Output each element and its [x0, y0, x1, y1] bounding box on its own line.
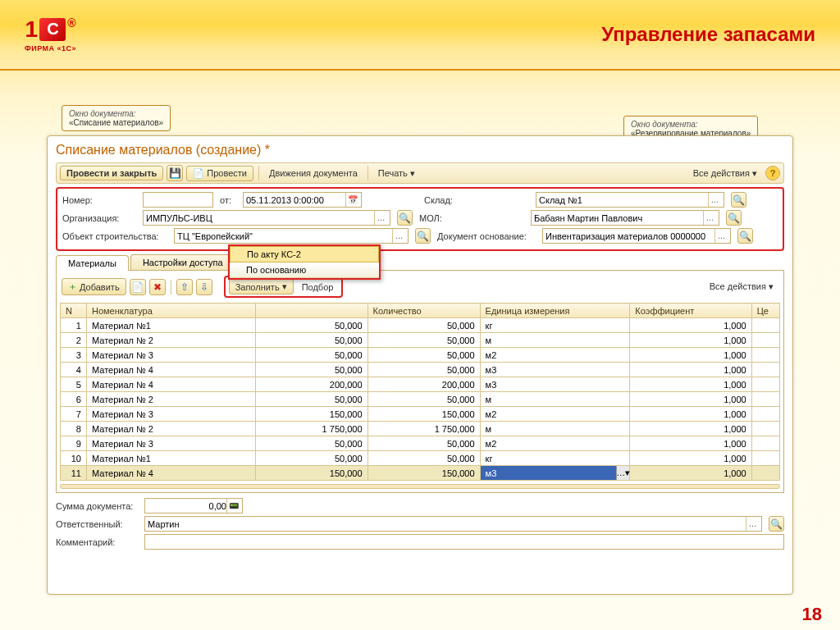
sklad-input[interactable]: Склад №1 …	[536, 192, 724, 208]
dropdown-icon[interactable]: …▾	[616, 466, 629, 480]
horizontal-scrollbar[interactable]	[60, 484, 780, 489]
table-row[interactable]: 11Материал № 4150,000150,000м3…▾1,000	[61, 466, 780, 481]
ellipsis-icon[interactable]: …	[392, 229, 405, 243]
obj-label: Объект строительства:	[62, 231, 167, 241]
calendar-icon[interactable]: 📅	[345, 193, 358, 207]
search-icon[interactable]: 🔍	[415, 228, 431, 244]
sum-label: Сумма документа:	[56, 501, 138, 511]
table-row[interactable]: 7Материал № 3150,000150,000м21,000	[61, 407, 780, 422]
comment-input[interactable]	[144, 534, 784, 550]
post-button[interactable]: 📄Провести	[186, 166, 253, 181]
tabs: Материалы Настройки доступа	[56, 254, 784, 271]
search-icon[interactable]: 🔍	[726, 210, 742, 226]
mol-label: МОЛ:	[419, 213, 452, 223]
page-number: 18	[802, 604, 822, 625]
main-toolbar: Провести и закрыть 💾 📄Провести Движения …	[56, 162, 784, 184]
help-icon[interactable]: ?	[765, 166, 780, 180]
post-and-close-button[interactable]: Провести и закрыть	[60, 166, 163, 180]
table-row[interactable]: 9Материал № 350,00050,000м21,000	[61, 436, 780, 451]
table-row[interactable]: 4Материал № 450,00050,000м31,000	[61, 363, 780, 377]
tab-access[interactable]: Настройки доступа	[130, 254, 235, 270]
footer-form: Сумма документа: 0,00 📟 Ответственный: М…	[56, 498, 784, 550]
copy-icon[interactable]: 📄	[130, 279, 146, 295]
dd-item-basis[interactable]: По основанию	[230, 262, 379, 278]
ellipsis-icon[interactable]: …	[703, 211, 716, 225]
org-label: Организация:	[62, 213, 136, 223]
slide-header: 1 ® ФИРМА «1С» Управление запасами	[0, 0, 840, 71]
tab-body: ＋Добавить 📄 ✖ ⇧ ⇩ Заполнить ▾ Подбор Все…	[56, 271, 784, 493]
logo-1: 1	[25, 16, 39, 43]
doc-title: Списание материалов (создание) *	[56, 143, 784, 158]
number-input[interactable]	[143, 192, 213, 208]
number-label: Номер:	[62, 195, 136, 205]
table-row[interactable]: 3Материал № 350,00050,000м21,000	[61, 348, 780, 363]
basis-input[interactable]: Инвентаризация материалов 0000000 …	[542, 228, 731, 244]
table-row[interactable]: 2Материал № 250,00050,000м1,000	[61, 333, 780, 348]
callout-1: Окно документа: «Списание материалов»	[62, 105, 171, 131]
ellipsis-icon[interactable]: …	[714, 229, 728, 243]
all-actions-button[interactable]: Все действия ▾	[688, 167, 762, 180]
obj-input[interactable]: ТЦ "Европейский" …	[174, 228, 409, 244]
add-button[interactable]: ＋Добавить	[62, 278, 126, 295]
search-icon[interactable]: 🔍	[731, 192, 746, 208]
dd-item-ks2[interactable]: По акту КС-2	[230, 246, 379, 262]
pick-button[interactable]: Подбор	[297, 281, 339, 294]
table-all-actions-button[interactable]: Все действия ▾	[705, 280, 778, 294]
delete-icon[interactable]: ✖	[149, 279, 166, 295]
org-input[interactable]: ИМПУЛЬС-ИВЦ …	[143, 210, 390, 226]
print-button[interactable]: Печать ▾	[373, 167, 420, 180]
brand-label: ФИРМА «1С»	[25, 44, 76, 52]
movements-button[interactable]: Движения документа	[264, 167, 363, 180]
table-row[interactable]: 8Материал № 21 750,0001 750,000м1,000	[61, 422, 780, 436]
resp-label: Ответственный:	[56, 519, 138, 529]
ellipsis-icon[interactable]: …	[374, 211, 387, 225]
mol-input[interactable]: Бабаян Мартин Павлович …	[531, 210, 719, 226]
move-down-icon[interactable]: ⇩	[196, 279, 212, 295]
save-icon[interactable]: 💾	[167, 165, 183, 181]
search-icon[interactable]: 🔍	[397, 210, 413, 226]
sum-input[interactable]: 0,00 📟	[144, 498, 243, 514]
date-input[interactable]: 05.11.2013 0:00:00 📅	[243, 192, 362, 208]
ellipsis-icon[interactable]: …	[746, 517, 759, 531]
tab-materials[interactable]: Материалы	[56, 255, 129, 271]
basis-label: Документ основание:	[437, 231, 536, 241]
search-icon[interactable]: 🔍	[769, 516, 784, 532]
fill-dropdown: По акту КС-2 По основанию	[228, 244, 381, 280]
table-row[interactable]: 10Материал №150,00050,000кг1,000	[61, 451, 780, 466]
fill-button[interactable]: Заполнить ▾	[229, 279, 294, 294]
comment-label: Комментарий:	[56, 537, 138, 547]
slide-title: Управление запасами	[601, 23, 815, 46]
materials-grid[interactable]: N Номенклатура Количество Единица измере…	[60, 303, 780, 481]
ellipsis-icon[interactable]: …	[708, 193, 721, 207]
date-label: от:	[220, 195, 236, 205]
calculator-icon[interactable]: 📟	[226, 499, 240, 513]
table-row[interactable]: 6Материал № 250,00050,000м1,000	[61, 392, 780, 407]
table-row[interactable]: 5Материал № 4200,000200,000м31,000	[61, 377, 780, 392]
header-form: Номер: от: 05.11.2013 0:00:00 📅 Склад: С…	[56, 187, 784, 251]
sklad-label: Склад:	[424, 195, 457, 205]
logo: 1 ® ФИРМА «1С»	[25, 16, 76, 52]
search-icon[interactable]: 🔍	[737, 228, 753, 244]
table-row[interactable]: 1Материал №150,00050,000кг1,000	[61, 318, 780, 333]
logo-cube-icon	[39, 18, 66, 41]
doc-window: Списание материалов (создание) * Провест…	[47, 135, 793, 595]
move-up-icon[interactable]: ⇧	[176, 279, 193, 295]
table-toolbar: ＋Добавить 📄 ✖ ⇧ ⇩ Заполнить ▾ Подбор Все…	[60, 274, 780, 299]
resp-input[interactable]: Мартин …	[144, 516, 762, 532]
